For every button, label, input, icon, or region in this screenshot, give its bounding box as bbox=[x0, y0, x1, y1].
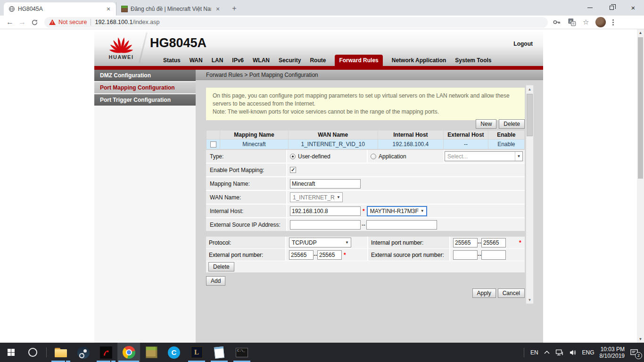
external-source-port-start-input[interactable] bbox=[453, 250, 478, 260]
page-background: HUAWEI HG8045A Logout Status WAN LAN IPv… bbox=[0, 29, 637, 343]
steam-icon bbox=[77, 346, 90, 359]
browser-tab-strip: HG8045A × Đăng chủ đề | Minecraft Việt N… bbox=[0, 0, 644, 16]
protocol-select[interactable]: TCP/UDP ▼ bbox=[289, 238, 351, 247]
header-divider bbox=[139, 33, 148, 63]
scrollbar-thumb[interactable] bbox=[527, 94, 533, 136]
new-button[interactable]: New bbox=[476, 119, 496, 129]
delete-button[interactable]: Delete bbox=[499, 119, 525, 129]
url-host[interactable]: 192.168.100.1 bbox=[95, 19, 132, 25]
internal-port-start-input[interactable] bbox=[453, 238, 478, 247]
nav-forward-rules[interactable]: Forward Rules bbox=[335, 55, 382, 66]
col-wan-name: WAN Name bbox=[289, 131, 378, 139]
address-bar[interactable]: Not secure 192.168.100.1/index.asp bbox=[44, 17, 548, 28]
enable-port-mapping-checkbox[interactable] bbox=[290, 167, 296, 173]
taskbar-cmd[interactable]: C:\_ bbox=[231, 343, 253, 362]
content-scrollbar[interactable]: ▲ ▼ bbox=[526, 85, 534, 304]
start-button[interactable] bbox=[0, 343, 22, 362]
taskbar-coccoc[interactable]: C bbox=[163, 343, 185, 362]
wan-name-select[interactable]: 1_INTERNET_R_VII ▼ bbox=[290, 192, 343, 202]
delete-rule-button[interactable]: Delete bbox=[208, 262, 234, 272]
taskbar-file-explorer[interactable] bbox=[50, 343, 72, 362]
row-checkbox[interactable] bbox=[210, 141, 216, 148]
mapping-name-input[interactable] bbox=[290, 179, 361, 189]
add-button[interactable]: Add bbox=[206, 276, 225, 286]
url-path[interactable]: /index.asp bbox=[132, 19, 159, 25]
bookmark-star-icon[interactable]: ☆ bbox=[583, 18, 589, 26]
internal-port-end-input[interactable] bbox=[481, 238, 506, 247]
not-secure-warning-icon[interactable] bbox=[49, 19, 56, 25]
user-defined-radio[interactable] bbox=[290, 154, 296, 159]
tray-chevron-up-icon[interactable] bbox=[544, 350, 550, 355]
back-button[interactable]: ← bbox=[4, 18, 16, 26]
chrome-icon bbox=[123, 346, 135, 359]
internal-host-input[interactable] bbox=[290, 206, 361, 216]
external-source-ip-end-input[interactable] bbox=[366, 220, 437, 230]
profile-avatar[interactable] bbox=[595, 17, 606, 27]
action-center-button[interactable]: 2 bbox=[630, 349, 638, 356]
sidebar-item-dmz[interactable]: DMZ Configuration bbox=[94, 70, 196, 81]
tab-close-icon[interactable]: × bbox=[105, 5, 112, 13]
application-select[interactable]: Select... ▼ bbox=[445, 151, 523, 161]
password-key-icon[interactable] bbox=[553, 18, 561, 26]
forward-button[interactable]: → bbox=[16, 18, 28, 26]
new-tab-button[interactable]: + bbox=[228, 2, 240, 15]
external-source-ip-label: External Source IP Address: bbox=[206, 218, 286, 231]
nav-security[interactable]: Security bbox=[279, 57, 301, 66]
not-secure-label[interactable]: Not secure bbox=[58, 19, 87, 25]
scroll-up-icon[interactable]: ▲ bbox=[637, 29, 644, 36]
browser-menu-icon[interactable] bbox=[612, 19, 614, 25]
table-row: Minecraft 1_INTERNET_R_VID_10 192.168.10… bbox=[206, 140, 524, 149]
scroll-down-icon[interactable]: ▼ bbox=[637, 336, 644, 343]
browser-scrollbar[interactable]: ▲ ▼ bbox=[637, 29, 644, 343]
nav-network-application[interactable]: Network Application bbox=[392, 57, 446, 66]
user-defined-label[interactable]: User-defined bbox=[298, 153, 330, 160]
nav-route[interactable]: Route bbox=[310, 57, 326, 66]
scroll-down-icon[interactable]: ▼ bbox=[526, 296, 533, 304]
router-header: HUAWEI HG8045A Logout Status WAN LAN IPv… bbox=[94, 29, 543, 70]
nav-ipv6[interactable]: IPv6 bbox=[232, 57, 244, 66]
sidebar: DMZ Configuration Port Mapping Configura… bbox=[94, 70, 196, 343]
nav-lan[interactable]: LAN bbox=[212, 57, 223, 66]
cortana-button[interactable] bbox=[22, 343, 43, 362]
application-radio[interactable] bbox=[371, 154, 376, 159]
protocol-select-value: TCP/UDP bbox=[292, 239, 317, 246]
taskbar-steam[interactable] bbox=[72, 343, 95, 362]
reload-button[interactable] bbox=[28, 19, 41, 26]
clock[interactable]: 10:03 PM 8/10/2019 bbox=[600, 346, 625, 359]
sidebar-item-port-mapping[interactable]: Port Mapping Configuration bbox=[94, 82, 196, 93]
logout-link[interactable]: Logout bbox=[513, 41, 533, 47]
nav-wan[interactable]: WAN bbox=[190, 57, 203, 66]
restore-button[interactable] bbox=[601, 0, 622, 16]
taskbar-notepad[interactable] bbox=[208, 343, 231, 362]
minimize-button[interactable] bbox=[579, 0, 601, 16]
taskbar-garena[interactable] bbox=[95, 343, 117, 362]
external-source-port-label: External source port number: bbox=[368, 249, 449, 261]
network-icon[interactable] bbox=[555, 349, 564, 356]
tab-close-icon[interactable]: × bbox=[214, 5, 222, 13]
nav-wlan[interactable]: WLAN bbox=[253, 57, 270, 66]
tab-router[interactable]: HG8045A × bbox=[4, 2, 116, 16]
nav-status[interactable]: Status bbox=[163, 57, 181, 66]
scroll-up-icon[interactable]: ▲ bbox=[526, 85, 533, 93]
ime-short-label[interactable]: EN bbox=[530, 349, 538, 356]
application-label[interactable]: Application bbox=[379, 153, 406, 160]
ime-label[interactable]: ENG bbox=[582, 349, 594, 356]
external-port-start-input[interactable] bbox=[289, 250, 314, 260]
external-port-end-input[interactable] bbox=[317, 250, 342, 260]
nav-system-tools[interactable]: System Tools bbox=[455, 57, 491, 66]
external-source-port-end-input[interactable] bbox=[481, 250, 506, 260]
taskbar-league-of-legends[interactable]: L bbox=[185, 343, 208, 362]
scrollbar-thumb[interactable] bbox=[638, 37, 643, 179]
translate-icon[interactable]: A bbox=[568, 18, 576, 26]
tab-minecraft-forum[interactable]: Đăng chủ đề | Minecraft Việt Nam × bbox=[116, 2, 225, 16]
taskbar-chrome[interactable] bbox=[117, 343, 140, 362]
internal-host-device-select[interactable]: MAYTINH-R17M3F ▼ bbox=[367, 206, 427, 216]
close-button[interactable]: × bbox=[622, 0, 644, 16]
external-source-ip-start-input[interactable] bbox=[290, 220, 361, 230]
sidebar-item-port-trigger[interactable]: Port Trigger Configuration bbox=[94, 94, 196, 106]
chevron-down-icon: ▼ bbox=[335, 193, 342, 202]
taskbar-minecraft[interactable] bbox=[140, 343, 163, 362]
apply-button[interactable]: Apply bbox=[472, 288, 496, 298]
cancel-button[interactable]: Cancel bbox=[498, 288, 525, 298]
volume-icon[interactable] bbox=[569, 349, 577, 356]
